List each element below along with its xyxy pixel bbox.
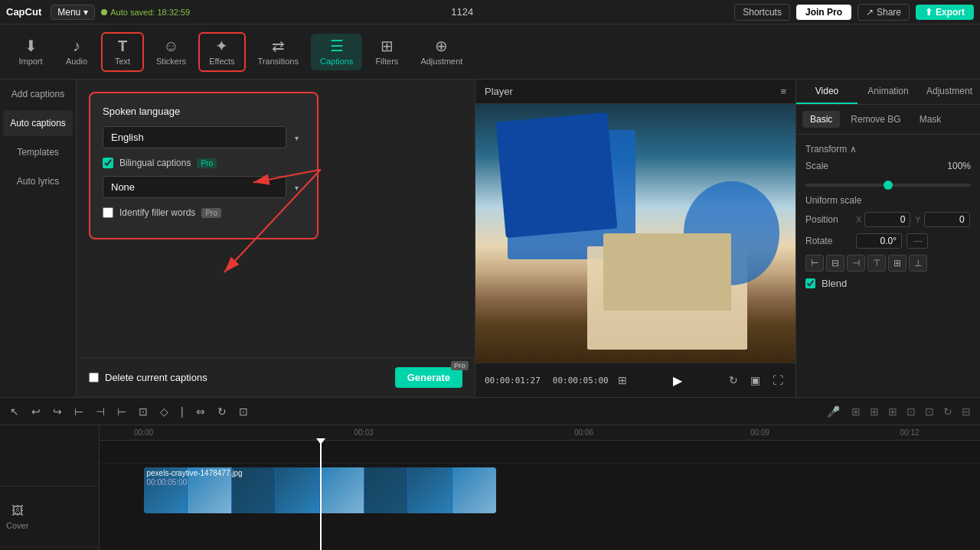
join-pro-button[interactable]: Join Pro [796,5,851,20]
captions-icon: ☰ [330,38,344,54]
bilingual-checkbox[interactable] [103,158,113,168]
undo-button[interactable]: ↩ [28,403,44,420]
player-menu-icon[interactable]: ≡ [780,86,786,97]
subtab-mask[interactable]: Mask [912,111,949,128]
marker-button[interactable]: | [177,403,188,420]
align-bottom-button[interactable]: ⊥ [909,255,927,272]
transform-collapse-icon: ∧ [850,144,857,155]
captions-content: Spoken language English ▾ Bilingual capt… [77,80,475,252]
play-button[interactable]: ▶ [636,369,720,391]
position-x-input[interactable] [864,212,910,227]
generate-pro-badge: Pro [451,361,469,370]
timeline-icon-4[interactable]: ⊡ [903,404,919,419]
toolbar-audio[interactable]: ♪ Audio [55,34,98,70]
stickers-icon: ☺ [163,38,178,54]
position-row: Position X Y [805,212,971,227]
align-top-button[interactable]: ⊤ [867,255,886,272]
toolbar-captions[interactable]: ☰ Captions [311,34,362,70]
transitions-icon: ⇄ [272,38,285,54]
subtab-basic[interactable]: Basic [802,111,840,128]
toolbar-stickers[interactable]: ☺ Stickers [147,34,195,70]
rotate-extra-input[interactable] [906,233,928,249]
mic-button[interactable]: 🎤 [823,403,844,420]
timeline-icon-2[interactable]: ⊞ [867,404,882,419]
scale-property: Scale 100% [805,161,971,171]
effects-icon: ✦ [215,38,228,54]
delete-captions-label: Delete current captions [105,372,207,383]
menu-button[interactable]: Menu ▾ [51,5,95,20]
toolbar-transitions[interactable]: ⇄ Transitions [249,34,308,70]
video-duration: 00:00:05:00 [147,478,188,487]
video-frame-6 [364,467,408,513]
crop-button[interactable]: ⊡ [135,403,152,420]
generate-button[interactable]: Pro Generate [395,367,462,388]
scale-slider-row [805,177,971,189]
bilingual-lang-select[interactable]: None [103,176,286,198]
toolbar-text[interactable]: T Text [101,32,144,72]
blend-label: Blend [822,278,847,289]
toolbar-import[interactable]: ⬇ Import [9,34,52,70]
rotate-label: Rotate [805,236,851,246]
video-track-row: pexels-craytive-1478477.jpg 00:00:05:00 [100,464,980,517]
tab-adjustment[interactable]: Adjustment [919,80,980,104]
cover-track-label: 🖼 Cover [0,487,99,548]
shortcuts-button[interactable]: Shortcuts [734,4,790,21]
delete-captions-checkbox[interactable] [89,373,99,382]
timeline-icon-3[interactable]: ⊞ [885,404,900,419]
grid-view-button[interactable]: ⊞ [615,373,630,388]
time-cursor[interactable] [320,441,322,550]
flip-button[interactable]: ⇔ [192,403,209,420]
subtab-remove-bg[interactable]: Remove BG [843,111,908,128]
tab-video[interactable]: Video [796,80,858,104]
rotate-row: Rotate [805,233,971,249]
redo-button[interactable]: ↪ [49,403,66,420]
timeline-icon-5[interactable]: ⊡ [922,404,937,419]
time-total: 00:00:05:00 [553,376,609,386]
import-icon: ⬇ [24,38,38,54]
transform-tl-button[interactable]: ⊡ [235,403,252,420]
time-mark-1: 00:03 [354,428,373,437]
export-button[interactable]: ⬆ Export [916,5,974,20]
freeze-button[interactable]: ◇ [156,403,172,420]
split-button[interactable]: ⊢ [70,403,87,420]
toolbar-filters[interactable]: ⊞ Filters [365,34,408,70]
uniform-scale-label: Uniform scale [805,195,861,206]
ratio-button[interactable]: ▣ [747,373,763,388]
position-y-input[interactable] [924,212,970,227]
language-select-arrow-icon: ▾ [295,133,299,142]
share-icon: ↗ [866,7,874,18]
align-left-button[interactable]: ⊢ [805,255,824,272]
timeline-icon-1[interactable]: ⊞ [848,404,864,419]
player-area: Player ≡ 00:00:01:27 00:00:05:00 ⊞ ▶ [475,80,796,397]
align-center-h-button[interactable]: ⊟ [826,255,844,272]
trim-left-button[interactable]: ⊣ [92,403,109,420]
sidebar-item-templates[interactable]: Templates [3,139,73,165]
filler-words-checkbox[interactable] [103,207,113,218]
rotate-tl-button[interactable]: ↻ [214,403,230,420]
align-center-v-button[interactable]: ⊞ [888,255,906,272]
toolbar-adjustment[interactable]: ⊕ Adjustment [411,34,472,70]
empty-track-row [100,441,980,464]
share-button[interactable]: ↗ Share [858,4,910,21]
time-ruler: 00:00 00:03 00:06 00:09 00:12 [100,425,980,441]
sidebar-item-auto-lyrics[interactable]: Auto lyrics [3,168,73,194]
fullscreen-button[interactable]: ⛶ [769,373,786,388]
loop-button[interactable]: ↻ [726,373,741,388]
language-select[interactable]: English [103,126,286,148]
cursor-tool-button[interactable]: ↖ [6,403,23,420]
blend-checkbox[interactable] [805,278,815,288]
tab-animation[interactable]: Animation [858,80,919,104]
align-right-button[interactable]: ⊣ [847,255,865,272]
right-content: Transform ∧ Scale 100% Uniform scale Pos… [796,135,980,397]
rotate-input[interactable] [856,233,902,249]
toolbar-effects[interactable]: ✦ Effects [198,32,245,72]
scale-label: Scale [805,161,828,171]
topbar: CapCut Menu ▾ Auto saved: 18:32:59 1124 … [0,0,980,24]
trim-right-button[interactable]: ⊢ [113,403,130,420]
scale-slider[interactable] [805,184,971,187]
sidebar-item-auto-captions[interactable]: Auto captions [3,110,73,136]
timeline-icon-7[interactable]: ⊟ [959,404,974,419]
timeline-icon-6[interactable]: ↻ [940,404,956,419]
bilingual-lang-select-wrapper: None ▾ [103,176,305,198]
sidebar-item-add-captions[interactable]: Add captions [3,81,73,107]
